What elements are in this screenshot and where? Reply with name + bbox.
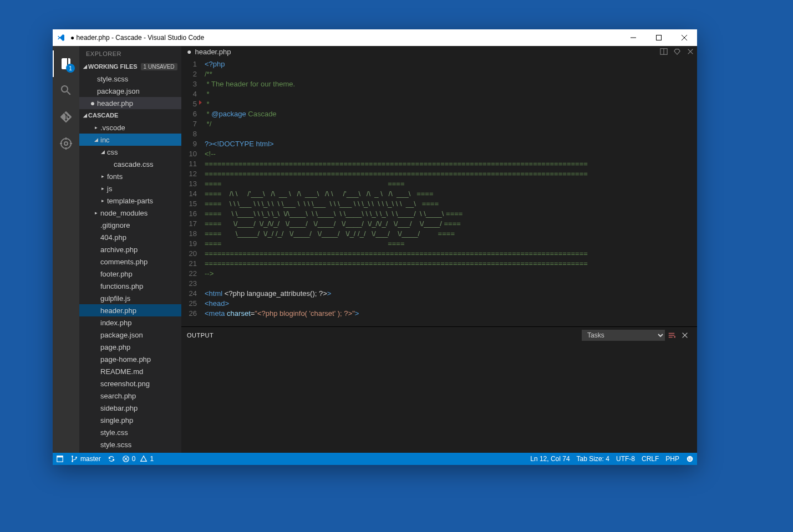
tree-folder[interactable]: ▸template-parts xyxy=(79,195,181,207)
activity-explorer[interactable]: 1 xyxy=(53,50,79,77)
activity-debug[interactable] xyxy=(53,130,79,157)
working-file[interactable]: style.scss xyxy=(79,73,181,85)
tree-item-label: node_modules xyxy=(99,209,148,217)
svg-point-8 xyxy=(72,461,73,462)
tree-folder[interactable]: ▸fonts xyxy=(79,170,181,182)
editor-tabs: ● header.php xyxy=(181,46,697,57)
window-minimize-button[interactable] xyxy=(621,29,646,46)
sidebar: EXPLORER ◢ WORKING FILES 1 UNSAVED style… xyxy=(79,46,181,453)
tree-file[interactable]: README.md xyxy=(79,365,181,377)
error-marker-icon xyxy=(199,100,202,105)
file-name: header.php xyxy=(96,99,133,108)
titlebar[interactable]: ● header.php - Cascade - Visual Studio C… xyxy=(53,29,697,46)
tree-item-label: js xyxy=(106,185,112,193)
tree-file[interactable]: style.css xyxy=(79,426,181,438)
tree-item-label: index.php xyxy=(99,319,131,327)
svg-point-12 xyxy=(688,458,689,459)
status-cursor-position[interactable]: Ln 12, Col 74 xyxy=(527,453,573,465)
status-git-branch[interactable]: master xyxy=(67,453,104,465)
chevron-down-icon: ◢ xyxy=(82,64,88,69)
chevron-right-icon: ▸ xyxy=(99,198,106,203)
tree-item-label: .vscode xyxy=(99,124,125,132)
working-files-label: WORKING FILES xyxy=(88,63,138,70)
project-header[interactable]: ◢ CASCADE xyxy=(79,109,181,121)
activity-search[interactable] xyxy=(53,77,79,104)
tree-folder[interactable]: ▸.vscode xyxy=(79,121,181,134)
svg-rect-0 xyxy=(657,35,662,40)
tree-file[interactable]: style.scss xyxy=(79,438,181,451)
status-problems[interactable]: 0 1 xyxy=(119,453,157,465)
tree-item-label: style.css xyxy=(99,428,128,437)
tree-item-label: inc xyxy=(99,136,110,144)
close-panel-button[interactable] xyxy=(678,331,692,339)
working-file[interactable]: package.json xyxy=(79,85,181,97)
line-numbers: 1234567891011121314151617181920212223242… xyxy=(181,57,205,326)
tree-item-label: functions.php xyxy=(99,282,143,290)
tree-file[interactable]: single.php xyxy=(79,414,181,426)
panel-label[interactable]: OUTPUT xyxy=(187,332,214,339)
tree-item-label: gulpfile.js xyxy=(99,294,130,303)
status-window-button[interactable] xyxy=(53,453,67,465)
project-label: CASCADE xyxy=(88,112,118,119)
tree-file[interactable]: screenshot.png xyxy=(79,377,181,390)
tree-file[interactable]: archive.php xyxy=(79,243,181,255)
dirty-dot-icon: ● xyxy=(89,100,96,106)
tree-item-label: search.php xyxy=(99,392,136,400)
tree-file[interactable]: 404.php xyxy=(79,231,181,243)
tree-item-label: template-parts xyxy=(106,197,153,205)
chevron-right-icon: ▸ xyxy=(99,186,106,191)
tree-file[interactable]: page-home.php xyxy=(79,353,181,365)
dirty-indicator-icon: ● xyxy=(187,47,195,56)
chevron-right-icon: ▸ xyxy=(99,173,106,179)
tree-file[interactable]: functions.php xyxy=(79,280,181,292)
status-eol[interactable]: CRLF xyxy=(638,453,662,465)
vs-logo-icon xyxy=(53,33,69,42)
status-feedback-button[interactable] xyxy=(683,453,697,465)
file-name: package.json xyxy=(96,87,140,95)
svg-point-9 xyxy=(75,457,77,458)
explorer-badge: 1 xyxy=(66,64,75,73)
status-encoding[interactable]: UTF-8 xyxy=(613,453,638,465)
tree-item-label: sidebar.php xyxy=(99,404,138,412)
svg-point-11 xyxy=(687,456,693,462)
tree-file[interactable]: gulpfile.js xyxy=(79,292,181,304)
tree-file[interactable]: search.php xyxy=(79,390,181,402)
file-name: style.scss xyxy=(96,75,128,83)
tree-file[interactable]: header.php xyxy=(79,304,181,316)
activity-git[interactable] xyxy=(53,104,79,130)
tree-item-label: footer.php xyxy=(99,270,133,278)
svg-point-7 xyxy=(72,456,73,457)
status-tab-size[interactable]: Tab Size: 4 xyxy=(573,453,613,465)
tree-folder[interactable]: ▸js xyxy=(79,182,181,195)
tree-file[interactable]: index.php xyxy=(79,316,181,329)
status-bar: master 0 1 Ln 12, Col 74 Tab Size: 4 UTF… xyxy=(53,453,697,465)
output-panel: OUTPUT Tasks xyxy=(181,326,697,453)
tree-file[interactable]: cascade.css xyxy=(79,158,181,170)
tree-folder[interactable]: ◢inc xyxy=(79,134,181,146)
status-language[interactable]: PHP xyxy=(662,453,683,465)
app-window: ● header.php - Cascade - Visual Studio C… xyxy=(53,29,697,465)
tree-folder[interactable]: ◢css xyxy=(79,146,181,158)
tree-folder[interactable]: ▸node_modules xyxy=(79,207,181,219)
output-channel-select[interactable]: Tasks xyxy=(582,330,665,341)
tree-file[interactable]: sidebar.php xyxy=(79,402,181,414)
tree-item-label: single.php xyxy=(99,416,133,424)
tree-item-label: style.scss xyxy=(99,441,131,449)
status-sync-button[interactable] xyxy=(104,453,119,465)
code-editor[interactable]: 1234567891011121314151617181920212223242… xyxy=(181,57,697,326)
working-files-header[interactable]: ◢ WORKING FILES 1 UNSAVED xyxy=(79,60,181,73)
editor-tab-name[interactable]: header.php xyxy=(195,48,231,56)
tree-item-label: package.json xyxy=(99,331,143,339)
clear-output-button[interactable] xyxy=(665,331,678,339)
tree-item-label: archive.php xyxy=(99,245,138,254)
tree-file[interactable]: page.php xyxy=(79,341,181,353)
working-file[interactable]: ●header.php xyxy=(79,97,181,109)
tree-file[interactable]: comments.php xyxy=(79,255,181,268)
tree-item-label: fonts xyxy=(106,172,123,181)
tree-file[interactable]: .gitignore xyxy=(79,219,181,231)
tree-file[interactable]: package.json xyxy=(79,329,181,341)
tree-file[interactable]: footer.php xyxy=(79,268,181,280)
tree-item-label: header.php xyxy=(99,306,136,315)
tree-item-label: .gitignore xyxy=(99,221,130,229)
chevron-down-icon: ◢ xyxy=(82,112,88,118)
